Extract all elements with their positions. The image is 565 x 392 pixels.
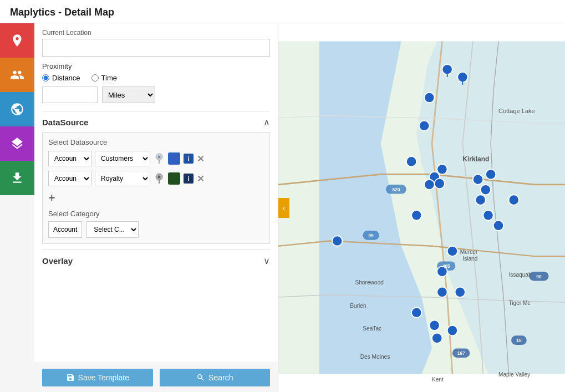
svg-point-52 [429, 320, 439, 330]
datasource-header: DataSource ∧ [42, 111, 270, 132]
pin-icon-row1 [154, 153, 165, 164]
svg-point-46 [411, 210, 421, 220]
delete-btn-row2[interactable]: ✕ [197, 174, 204, 184]
entity2-select-row2[interactable]: Royalty Other [95, 171, 150, 186]
miles-select[interactable]: Miles Kilometers [102, 86, 155, 103]
info-icon-row2[interactable]: i [184, 174, 194, 184]
overlay-title: Overlay [42, 256, 73, 266]
delete-btn-row1[interactable]: ✕ [197, 154, 204, 164]
proximity-label: Proximity [42, 62, 270, 70]
search-button[interactable]: Search [160, 369, 271, 386]
svg-point-40 [486, 169, 496, 179]
bottom-buttons: Save Template Search [34, 363, 278, 392]
side-panel: Current Location Proximity Distance Time [34, 23, 278, 392]
svg-point-48 [437, 267, 447, 277]
svg-text:Tiger Mc: Tiger Mc [508, 300, 530, 306]
app-container: Maplytics - Detail Map Current [0, 0, 565, 392]
category-row: Account Select C... [48, 221, 264, 238]
page-title: Maplytics - Detail Map [0, 0, 565, 23]
panel-content: Current Location Proximity Distance Time [34, 23, 278, 363]
svg-text:Issaquah: Issaquah [508, 272, 531, 278]
svg-point-45 [332, 236, 342, 246]
svg-point-3 [158, 176, 161, 179]
svg-text:Island: Island [462, 256, 477, 262]
entity2-select-row1[interactable]: Customers Other [95, 151, 150, 166]
svg-point-51 [411, 308, 421, 318]
sidebar-globe-btn[interactable] [0, 92, 34, 126]
select-datasource-label: Select Datasource [48, 138, 264, 146]
distance-row: Miles Kilometers [42, 86, 270, 103]
svg-point-31 [424, 93, 434, 103]
svg-text:99: 99 [368, 233, 374, 238]
svg-point-34 [437, 164, 447, 174]
svg-point-53 [432, 333, 442, 343]
time-radio-label: Time [101, 74, 117, 82]
svg-point-38 [473, 174, 483, 184]
datasource-row-2: Accoun Account Royalty Other [48, 171, 264, 186]
category-select[interactable]: Select C... [86, 221, 139, 238]
sidebar-people-btn[interactable] [0, 58, 34, 92]
svg-point-47 [447, 246, 457, 256]
map-svg: 520 405 99 18 167 90 Cottage Lake Kirkla… [278, 23, 565, 392]
save-template-label: Save Template [78, 373, 129, 382]
svg-point-1 [158, 156, 161, 159]
svg-text:167: 167 [457, 350, 465, 356]
svg-text:90: 90 [536, 274, 542, 279]
distance-radio-option[interactable]: Distance [42, 74, 80, 82]
time-radio[interactable] [91, 74, 99, 82]
overlay-header: Overlay ∨ [42, 250, 270, 271]
svg-text:Mercer: Mercer [460, 249, 478, 255]
distance-input[interactable] [42, 86, 98, 103]
svg-text:Burien: Burien [350, 303, 366, 309]
entity1-select-row1[interactable]: Accoun Account [48, 151, 91, 166]
search-icon [196, 373, 205, 382]
icon-sidebar [0, 23, 34, 392]
svg-text:Kent: Kent [432, 376, 444, 383]
svg-text:Cottage Lake: Cottage Lake [498, 108, 535, 114]
sidebar-download-btn[interactable] [0, 161, 34, 195]
datasource-title: DataSource [42, 118, 88, 127]
map-area: ‹ 520 405 [278, 23, 565, 392]
info-icon-row1[interactable]: i [184, 154, 194, 164]
svg-point-43 [493, 221, 503, 231]
green-square-row2 [168, 172, 180, 185]
svg-point-41 [475, 195, 485, 205]
datasource-collapse-btn[interactable]: ∧ [263, 117, 270, 128]
main-area: Current Location Proximity Distance Time [0, 23, 565, 392]
save-template-button[interactable]: Save Template [42, 369, 153, 386]
entity1-select-row2[interactable]: Accoun Account [48, 171, 91, 186]
time-radio-option[interactable]: Time [91, 74, 117, 82]
svg-text:Maple Valley: Maple Valley [498, 371, 531, 378]
svg-text:Kirkland: Kirkland [462, 155, 489, 163]
svg-text:SeaTac: SeaTac [363, 325, 381, 332]
svg-point-49 [455, 287, 465, 297]
category-entity-label: Account [48, 221, 82, 238]
distance-radio[interactable] [42, 74, 49, 82]
map-collapse-btn[interactable]: ‹ [278, 198, 289, 218]
pin-icon-row2 [154, 173, 165, 184]
datasource-row-1: Accoun Account Customers Other [48, 151, 264, 166]
current-location-input[interactable] [42, 39, 270, 57]
svg-point-33 [406, 156, 416, 166]
svg-text:Shorewood: Shorewood [355, 279, 383, 286]
proximity-radio-group: Distance Time [42, 74, 270, 82]
svg-point-44 [508, 195, 518, 205]
save-icon [66, 373, 75, 382]
current-location-label: Current Location [42, 29, 270, 37]
svg-text:18: 18 [516, 338, 522, 343]
svg-point-54 [447, 325, 457, 335]
svg-point-50 [437, 287, 447, 297]
svg-point-42 [483, 210, 493, 220]
add-datasource-btn[interactable]: + [48, 191, 55, 205]
svg-point-32 [419, 121, 429, 131]
sidebar-layers-btn[interactable] [0, 126, 34, 161]
datasource-body: Select Datasource Accoun Account Custome… [42, 132, 270, 244]
svg-point-36 [424, 180, 434, 190]
svg-text:Des Moines: Des Moines [360, 354, 390, 360]
svg-point-39 [481, 185, 491, 195]
sidebar-location-btn[interactable] [0, 23, 34, 58]
select-category-label: Select Category [48, 210, 264, 218]
svg-point-37 [435, 179, 445, 189]
overlay-collapse-btn[interactable]: ∨ [263, 256, 270, 266]
distance-radio-label: Distance [52, 74, 80, 82]
